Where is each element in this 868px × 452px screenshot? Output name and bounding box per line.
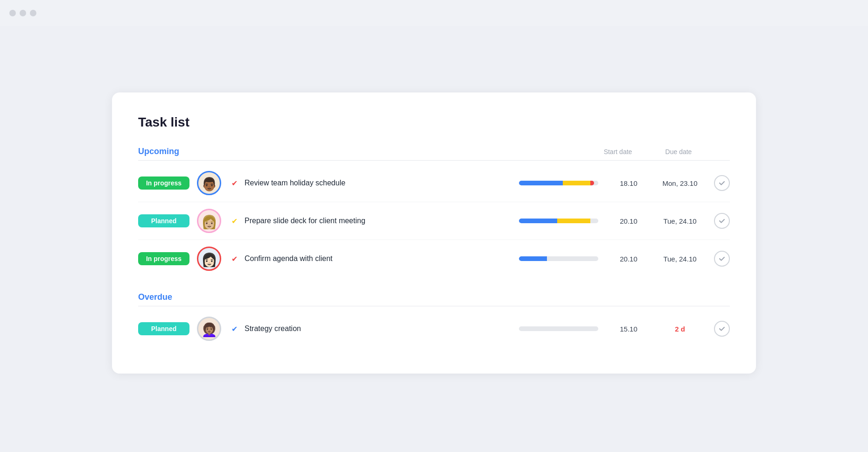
- complete-button[interactable]: [714, 213, 730, 229]
- complete-button[interactable]: [714, 175, 730, 191]
- avatar: 👩🏻: [197, 247, 221, 271]
- status-badge: Planned: [138, 214, 189, 227]
- due-date: 2 d: [650, 325, 710, 333]
- col-due-header: Due date: [646, 148, 711, 155]
- status-badge: In progress: [138, 177, 189, 190]
- task-name: Confirm agenda with client: [245, 254, 510, 263]
- complete-button[interactable]: [714, 251, 730, 267]
- progress-bar: [519, 219, 598, 223]
- priority-icon: ✔: [229, 323, 240, 334]
- overdue-section: Overdue Planned 👩🏽‍🦱 ✔ Strategy creation…: [138, 292, 730, 347]
- progress-bar: [519, 326, 598, 331]
- window-dot-1: [9, 10, 16, 16]
- status-badge: Planned: [138, 322, 189, 335]
- status-badge: In progress: [138, 252, 189, 265]
- due-date: Tue, 24.10: [650, 217, 710, 225]
- upcoming-section-label: Upcoming: [138, 147, 590, 156]
- check-icon: [718, 325, 726, 332]
- window-dot-2: [20, 10, 26, 16]
- table-row: Planned 👩🏽‍🦱 ✔ Strategy creation 15.10 2…: [138, 310, 730, 347]
- overdue-divider: [138, 306, 730, 306]
- progress-bar: [519, 181, 598, 185]
- window-dot-3: [30, 10, 36, 16]
- check-icon: [718, 179, 726, 187]
- check-icon: [718, 217, 726, 225]
- upcoming-header-row: Upcoming Start date Due date: [138, 147, 730, 156]
- avatar: 👩🏽‍🦱: [197, 317, 221, 341]
- start-date: 20.10: [608, 255, 650, 263]
- task-name: Review team holiday schedule: [245, 179, 510, 187]
- priority-icon: ✔: [229, 215, 240, 226]
- avatar: 👨🏾: [197, 171, 221, 195]
- col-start-header: Start date: [590, 148, 646, 155]
- table-row: In progress 👩🏻 ✔ Confirm agenda with cli…: [138, 240, 730, 277]
- task-name: Strategy creation: [245, 325, 510, 333]
- overdue-header-row: Overdue: [138, 292, 730, 302]
- due-date: Mon, 23.10: [650, 179, 710, 187]
- start-date: 18.10: [608, 179, 650, 187]
- priority-icon: ✔: [229, 177, 240, 189]
- start-date: 20.10: [608, 217, 650, 225]
- task-name: Prepare slide deck for client meeting: [245, 217, 510, 225]
- complete-button[interactable]: [714, 321, 730, 337]
- page-title: Task list: [138, 115, 730, 130]
- start-date: 15.10: [608, 325, 650, 333]
- task-list-card: Task list Upcoming Start date Due date I…: [112, 92, 756, 374]
- due-date: Tue, 24.10: [650, 255, 710, 263]
- upcoming-divider: [138, 160, 730, 161]
- avatar: 👩🏼: [197, 209, 221, 233]
- priority-icon: ✔: [229, 253, 240, 264]
- table-row: Planned 👩🏼 ✔ Prepare slide deck for clie…: [138, 202, 730, 240]
- window-chrome: [0, 0, 868, 26]
- check-icon: [718, 255, 726, 262]
- overdue-section-label: Overdue: [138, 292, 730, 302]
- table-row: In progress 👨🏾 ✔ Review team holiday sch…: [138, 164, 730, 202]
- upcoming-section: Upcoming Start date Due date In progress…: [138, 147, 730, 277]
- progress-bar: [519, 256, 598, 261]
